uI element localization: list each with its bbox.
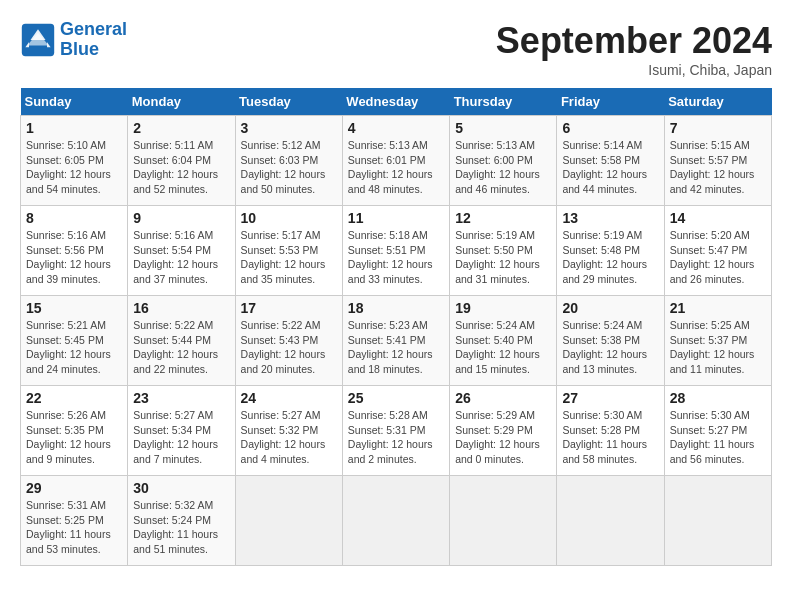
weekday-header: Thursday	[450, 88, 557, 116]
calendar-cell: 1Sunrise: 5:10 AM Sunset: 6:05 PM Daylig…	[21, 116, 128, 206]
day-info: Sunrise: 5:19 AM Sunset: 5:50 PM Dayligh…	[455, 228, 551, 287]
calendar-body: 1Sunrise: 5:10 AM Sunset: 6:05 PM Daylig…	[21, 116, 772, 566]
day-number: 26	[455, 390, 551, 406]
calendar-cell	[342, 476, 449, 566]
day-info: Sunrise: 5:12 AM Sunset: 6:03 PM Dayligh…	[241, 138, 337, 197]
day-number: 8	[26, 210, 122, 226]
day-number: 7	[670, 120, 766, 136]
logo-line2: Blue	[60, 39, 99, 59]
calendar-cell: 28Sunrise: 5:30 AM Sunset: 5:27 PM Dayli…	[664, 386, 771, 476]
day-number: 2	[133, 120, 229, 136]
calendar-cell: 24Sunrise: 5:27 AM Sunset: 5:32 PM Dayli…	[235, 386, 342, 476]
day-number: 25	[348, 390, 444, 406]
day-number: 3	[241, 120, 337, 136]
day-number: 12	[455, 210, 551, 226]
day-info: Sunrise: 5:14 AM Sunset: 5:58 PM Dayligh…	[562, 138, 658, 197]
day-info: Sunrise: 5:22 AM Sunset: 5:44 PM Dayligh…	[133, 318, 229, 377]
day-info: Sunrise: 5:30 AM Sunset: 5:27 PM Dayligh…	[670, 408, 766, 467]
day-info: Sunrise: 5:32 AM Sunset: 5:24 PM Dayligh…	[133, 498, 229, 557]
calendar-cell: 13Sunrise: 5:19 AM Sunset: 5:48 PM Dayli…	[557, 206, 664, 296]
day-number: 27	[562, 390, 658, 406]
day-number: 10	[241, 210, 337, 226]
day-info: Sunrise: 5:20 AM Sunset: 5:47 PM Dayligh…	[670, 228, 766, 287]
calendar-cell: 26Sunrise: 5:29 AM Sunset: 5:29 PM Dayli…	[450, 386, 557, 476]
calendar-cell: 14Sunrise: 5:20 AM Sunset: 5:47 PM Dayli…	[664, 206, 771, 296]
day-info: Sunrise: 5:22 AM Sunset: 5:43 PM Dayligh…	[241, 318, 337, 377]
day-info: Sunrise: 5:31 AM Sunset: 5:25 PM Dayligh…	[26, 498, 122, 557]
day-number: 1	[26, 120, 122, 136]
day-info: Sunrise: 5:25 AM Sunset: 5:37 PM Dayligh…	[670, 318, 766, 377]
day-number: 5	[455, 120, 551, 136]
calendar-cell: 2Sunrise: 5:11 AM Sunset: 6:04 PM Daylig…	[128, 116, 235, 206]
calendar-cell: 15Sunrise: 5:21 AM Sunset: 5:45 PM Dayli…	[21, 296, 128, 386]
calendar-cell: 22Sunrise: 5:26 AM Sunset: 5:35 PM Dayli…	[21, 386, 128, 476]
day-info: Sunrise: 5:23 AM Sunset: 5:41 PM Dayligh…	[348, 318, 444, 377]
day-info: Sunrise: 5:11 AM Sunset: 6:04 PM Dayligh…	[133, 138, 229, 197]
calendar-cell: 6Sunrise: 5:14 AM Sunset: 5:58 PM Daylig…	[557, 116, 664, 206]
calendar-header: SundayMondayTuesdayWednesdayThursdayFrid…	[21, 88, 772, 116]
calendar-cell: 29Sunrise: 5:31 AM Sunset: 5:25 PM Dayli…	[21, 476, 128, 566]
day-number: 15	[26, 300, 122, 316]
calendar-cell: 10Sunrise: 5:17 AM Sunset: 5:53 PM Dayli…	[235, 206, 342, 296]
day-number: 16	[133, 300, 229, 316]
day-number: 29	[26, 480, 122, 496]
calendar-cell: 30Sunrise: 5:32 AM Sunset: 5:24 PM Dayli…	[128, 476, 235, 566]
day-number: 24	[241, 390, 337, 406]
day-info: Sunrise: 5:27 AM Sunset: 5:32 PM Dayligh…	[241, 408, 337, 467]
day-info: Sunrise: 5:30 AM Sunset: 5:28 PM Dayligh…	[562, 408, 658, 467]
calendar-cell: 3Sunrise: 5:12 AM Sunset: 6:03 PM Daylig…	[235, 116, 342, 206]
weekday-header: Friday	[557, 88, 664, 116]
day-number: 11	[348, 210, 444, 226]
month-title: September 2024	[496, 20, 772, 62]
day-number: 21	[670, 300, 766, 316]
calendar-cell: 11Sunrise: 5:18 AM Sunset: 5:51 PM Dayli…	[342, 206, 449, 296]
calendar-cell: 20Sunrise: 5:24 AM Sunset: 5:38 PM Dayli…	[557, 296, 664, 386]
day-info: Sunrise: 5:21 AM Sunset: 5:45 PM Dayligh…	[26, 318, 122, 377]
logo-text: General Blue	[60, 20, 127, 60]
day-number: 13	[562, 210, 658, 226]
calendar-cell: 7Sunrise: 5:15 AM Sunset: 5:57 PM Daylig…	[664, 116, 771, 206]
page-header: General Blue September 2024 Isumi, Chiba…	[20, 20, 772, 78]
day-number: 18	[348, 300, 444, 316]
day-number: 28	[670, 390, 766, 406]
calendar-cell	[235, 476, 342, 566]
calendar-cell	[664, 476, 771, 566]
day-info: Sunrise: 5:10 AM Sunset: 6:05 PM Dayligh…	[26, 138, 122, 197]
calendar-cell: 4Sunrise: 5:13 AM Sunset: 6:01 PM Daylig…	[342, 116, 449, 206]
calendar-cell: 18Sunrise: 5:23 AM Sunset: 5:41 PM Dayli…	[342, 296, 449, 386]
calendar-row: 8Sunrise: 5:16 AM Sunset: 5:56 PM Daylig…	[21, 206, 772, 296]
calendar-table: SundayMondayTuesdayWednesdayThursdayFrid…	[20, 88, 772, 566]
calendar-row: 1Sunrise: 5:10 AM Sunset: 6:05 PM Daylig…	[21, 116, 772, 206]
calendar-cell	[557, 476, 664, 566]
day-info: Sunrise: 5:24 AM Sunset: 5:38 PM Dayligh…	[562, 318, 658, 377]
calendar-cell: 5Sunrise: 5:13 AM Sunset: 6:00 PM Daylig…	[450, 116, 557, 206]
weekday-header: Wednesday	[342, 88, 449, 116]
day-number: 14	[670, 210, 766, 226]
calendar-cell: 9Sunrise: 5:16 AM Sunset: 5:54 PM Daylig…	[128, 206, 235, 296]
day-info: Sunrise: 5:16 AM Sunset: 5:56 PM Dayligh…	[26, 228, 122, 287]
day-number: 6	[562, 120, 658, 136]
day-info: Sunrise: 5:29 AM Sunset: 5:29 PM Dayligh…	[455, 408, 551, 467]
title-block: September 2024 Isumi, Chiba, Japan	[496, 20, 772, 78]
day-info: Sunrise: 5:16 AM Sunset: 5:54 PM Dayligh…	[133, 228, 229, 287]
day-info: Sunrise: 5:18 AM Sunset: 5:51 PM Dayligh…	[348, 228, 444, 287]
day-number: 22	[26, 390, 122, 406]
weekday-header: Sunday	[21, 88, 128, 116]
day-number: 20	[562, 300, 658, 316]
day-info: Sunrise: 5:15 AM Sunset: 5:57 PM Dayligh…	[670, 138, 766, 197]
calendar-cell: 8Sunrise: 5:16 AM Sunset: 5:56 PM Daylig…	[21, 206, 128, 296]
calendar-cell: 12Sunrise: 5:19 AM Sunset: 5:50 PM Dayli…	[450, 206, 557, 296]
day-info: Sunrise: 5:24 AM Sunset: 5:40 PM Dayligh…	[455, 318, 551, 377]
logo: General Blue	[20, 20, 127, 60]
calendar-cell: 23Sunrise: 5:27 AM Sunset: 5:34 PM Dayli…	[128, 386, 235, 476]
day-number: 23	[133, 390, 229, 406]
weekday-header: Monday	[128, 88, 235, 116]
day-info: Sunrise: 5:26 AM Sunset: 5:35 PM Dayligh…	[26, 408, 122, 467]
day-number: 9	[133, 210, 229, 226]
day-info: Sunrise: 5:19 AM Sunset: 5:48 PM Dayligh…	[562, 228, 658, 287]
calendar-cell	[450, 476, 557, 566]
calendar-row: 29Sunrise: 5:31 AM Sunset: 5:25 PM Dayli…	[21, 476, 772, 566]
day-number: 19	[455, 300, 551, 316]
location: Isumi, Chiba, Japan	[496, 62, 772, 78]
calendar-cell: 27Sunrise: 5:30 AM Sunset: 5:28 PM Dayli…	[557, 386, 664, 476]
